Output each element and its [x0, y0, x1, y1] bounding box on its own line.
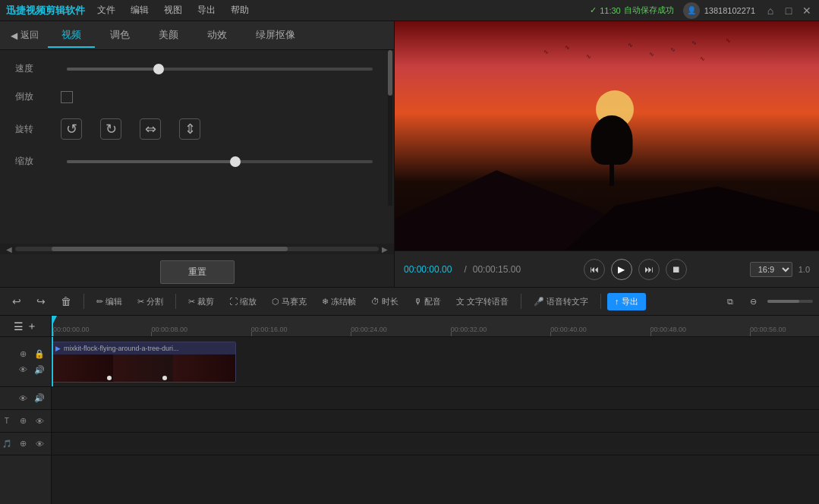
sub-track-1: [52, 387, 819, 410]
undo-button[interactable]: ↩: [6, 292, 27, 310]
aspect-ratio-select[interactable]: 16:9 9:16 4:3 1:1: [750, 262, 792, 277]
audio-button[interactable]: 🎙 配音: [408, 293, 447, 310]
pip-button[interactable]: ⧉: [721, 294, 739, 310]
menu-export[interactable]: 导出: [197, 4, 216, 17]
sub3-eye[interactable]: 👁: [33, 437, 46, 451]
zoom-slider[interactable]: [767, 300, 813, 303]
clip-video-icon: ▶: [55, 345, 61, 352]
sub3-add[interactable]: ⊕: [17, 437, 30, 451]
rotate-cw-button[interactable]: ↻: [100, 118, 121, 140]
sub3-icon[interactable]: 🎵: [0, 437, 14, 451]
mask-button[interactable]: ⬡ 马赛克: [266, 293, 313, 310]
menu-bar-left: 迅捷视频剪辑软件 文件 编辑 视图 导出 帮助: [6, 4, 249, 17]
timeline-section: ↩ ↪ 🗑 ✏ 编辑 ✂ 分割 ✂ 裁剪 ⛶ 缩放 ⬡ 马赛克: [0, 287, 819, 504]
clip-header: ▶ mixkit-flock-flying-around-a-tree-duri…: [52, 342, 235, 354]
tab-beauty[interactable]: 美颜: [145, 24, 192, 48]
sub1-sound[interactable]: 🔊: [33, 392, 46, 405]
zoom-out-icon: ⊖: [750, 297, 757, 307]
home-button[interactable]: ⌂: [764, 5, 776, 17]
prev-button[interactable]: ⏮: [584, 259, 605, 280]
sub2-add[interactable]: ⊕: [17, 414, 30, 428]
subtitle-label: 文字转语音: [467, 296, 509, 307]
zoom-out-button[interactable]: ⊖: [744, 294, 763, 310]
bird-1: ∿: [543, 49, 549, 55]
edit-icon: ✏: [96, 297, 103, 307]
trim-button[interactable]: ✂ 裁剪: [182, 293, 220, 310]
export-button[interactable]: ↑ 导出: [607, 293, 646, 310]
playback-controls: 00:00:00.00 / 00:00:15.00 ⏮ ▶ ⏭ ⏹ 16:9 9…: [395, 250, 819, 287]
add-track-icon[interactable]: ＋: [27, 320, 37, 333]
clip-dot-1: [107, 376, 112, 380]
menu-file[interactable]: 文件: [97, 4, 115, 17]
track-lock-button[interactable]: 🔒: [33, 347, 46, 361]
zoom-button[interactable]: ⛶ 缩放: [223, 293, 263, 310]
mask-label: 马赛克: [282, 296, 307, 307]
sub2-eye[interactable]: 👁: [33, 414, 46, 428]
track-add-button[interactable]: ⊕: [16, 347, 30, 361]
rotate-ccw-button[interactable]: ↺: [61, 118, 82, 140]
reset-button[interactable]: 重置: [160, 260, 235, 284]
zoom-level: 1.0: [799, 265, 810, 274]
scroll-right-arrow[interactable]: ▶: [379, 245, 391, 254]
ruler-1: 00:00:08.00: [151, 326, 187, 333]
redo-button[interactable]: ↪: [30, 292, 52, 310]
voice-button[interactable]: 🎤 语音转文字: [528, 293, 594, 310]
delete-button[interactable]: 🗑: [55, 292, 77, 310]
scale-slider[interactable]: [67, 160, 373, 163]
edit-button[interactable]: ✏ 编辑: [90, 293, 128, 310]
sub1-eye[interactable]: 👁: [16, 392, 30, 405]
subtitle-button[interactable]: 文 文字转语音: [450, 293, 515, 310]
speed-row: 速度: [15, 62, 379, 75]
menu-view[interactable]: 视图: [164, 4, 182, 17]
video-clip[interactable]: ▶ mixkit-flock-flying-around-a-tree-duri…: [52, 342, 236, 383]
time-separator: /: [464, 264, 466, 275]
scroll-left-arrow[interactable]: ◀: [3, 245, 15, 254]
tracks-icon: ☰: [14, 320, 24, 332]
next-button[interactable]: ⏭: [638, 259, 660, 280]
track-eye-button[interactable]: 👁: [16, 363, 30, 376]
sub-track-3: [52, 433, 819, 455]
duration-button[interactable]: ⏱ 时长: [365, 293, 405, 310]
scroll-track[interactable]: [15, 247, 379, 251]
track-mute-button[interactable]: 🔊: [33, 363, 46, 376]
menu-edit[interactable]: 编辑: [131, 4, 149, 17]
flip-v-button[interactable]: ⇕: [179, 118, 200, 140]
split-button[interactable]: ✂ 分割: [131, 293, 169, 310]
timeline-area: ☰ ＋ ⊕ 🔒 👁 🔊 👁 🔊 T ⊕: [0, 316, 819, 504]
playhead-tip: [52, 316, 57, 325]
vertical-scrollbar[interactable]: [388, 50, 392, 206]
play-button[interactable]: ▶: [611, 259, 632, 280]
toolbar-sep-1: [83, 294, 84, 309]
undo-icon: ↩: [12, 295, 21, 307]
menu-help[interactable]: 帮助: [231, 4, 249, 17]
maximize-button[interactable]: □: [783, 5, 795, 17]
timeline-content: 00:00:00.00 00:00:08.00 00:00:16.00 00:0…: [52, 316, 819, 504]
tab-video[interactable]: 视频: [48, 24, 95, 48]
tab-color[interactable]: 调色: [96, 24, 143, 48]
audio-label: 配音: [424, 296, 441, 307]
toolbar-sep-3: [521, 294, 521, 309]
speed-slider[interactable]: [67, 68, 373, 71]
reverse-checkbox[interactable]: [61, 91, 73, 103]
close-button[interactable]: ✕: [801, 5, 813, 17]
scrollbar-thumb[interactable]: [388, 50, 392, 96]
stop-button[interactable]: ⏹: [666, 259, 687, 280]
user-info[interactable]: 👤 13818102271: [683, 2, 755, 19]
split-label: 分割: [146, 296, 163, 307]
rotate-row: 旋转 ↺ ↻ ⇔ ⇕: [15, 118, 379, 140]
save-check-icon: ✓: [590, 5, 597, 15]
mask-icon: ⬡: [272, 297, 279, 307]
back-button[interactable]: ◀ 返回: [3, 26, 46, 45]
sub2-text[interactable]: T: [0, 414, 14, 428]
flip-h-button[interactable]: ⇔: [140, 118, 161, 140]
sub-track-3-label: 🎵 ⊕ 👁: [0, 433, 51, 455]
bird-8: ∿: [700, 55, 705, 62]
track-header: ☰ ＋: [0, 316, 51, 337]
preview-area: ∿ ∿ ∿ ∿ ∿ ∿ ∿ ∿ ∿: [395, 21, 819, 250]
freeze-button[interactable]: ❄ 冻结帧: [316, 293, 362, 310]
avatar: 👤: [683, 2, 700, 19]
scroll-thumb[interactable]: [52, 247, 288, 251]
ruler-2: 00:00:16.00: [251, 326, 288, 333]
tab-chroma[interactable]: 绿屏抠像: [242, 24, 309, 48]
tab-effects[interactable]: 动效: [194, 24, 241, 48]
